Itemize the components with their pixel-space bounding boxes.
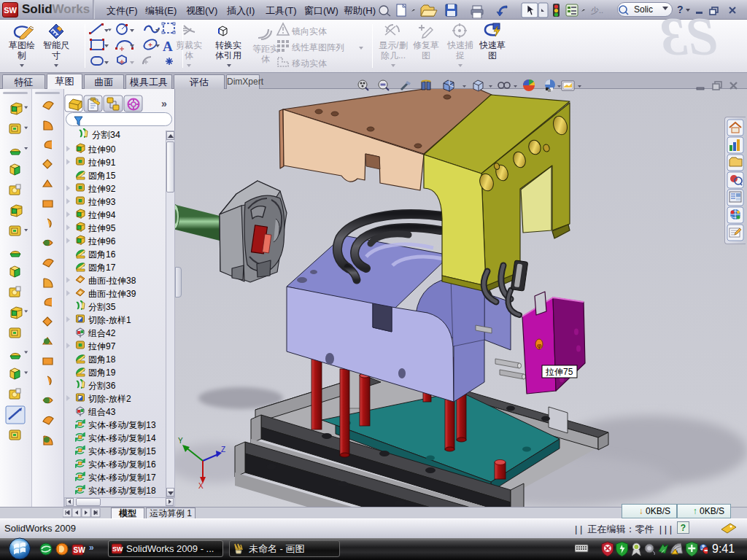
svg-text:SW: SW xyxy=(112,545,123,553)
svg-text:Y: Y xyxy=(178,437,183,445)
svg-text:φ: φ xyxy=(537,342,542,349)
svg-text:»: » xyxy=(161,98,167,109)
svg-text:X: X xyxy=(198,482,204,490)
svg-text:!: ! xyxy=(676,550,678,554)
svg-text:SW: SW xyxy=(74,546,86,554)
svg-text:»: » xyxy=(89,542,94,553)
svg-text:Z: Z xyxy=(221,446,225,454)
svg-text:拉伸75: 拉伸75 xyxy=(545,367,573,377)
svg-text:少..: 少.. xyxy=(591,6,603,15)
